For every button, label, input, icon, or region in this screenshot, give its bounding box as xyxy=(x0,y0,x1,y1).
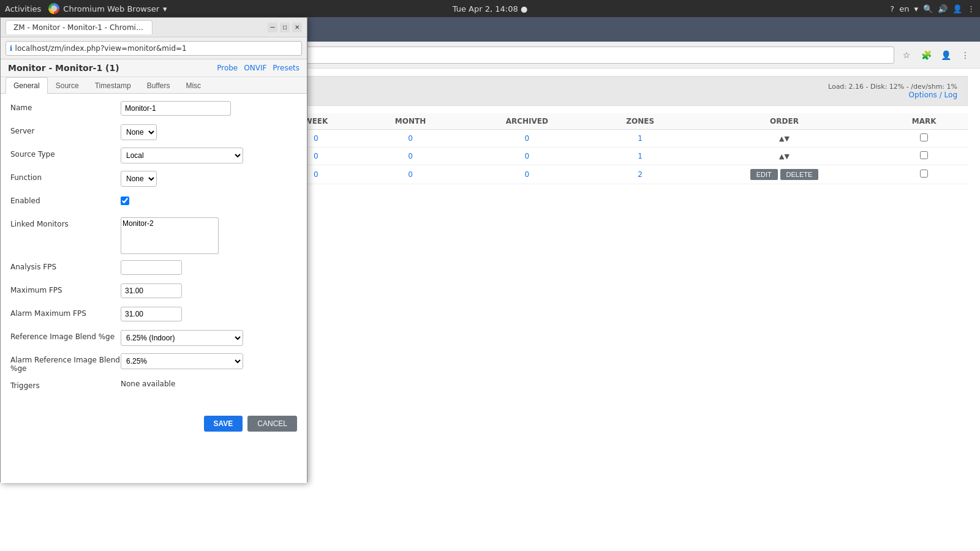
tab-misc[interactable]: Misc xyxy=(178,77,209,94)
info-icon: ℹ xyxy=(10,44,13,53)
user-icon[interactable]: 👤 xyxy=(952,4,962,13)
alarm-max-fps-input[interactable] xyxy=(121,307,182,321)
edit-button[interactable]: EDIT xyxy=(750,169,778,180)
cell-mark xyxy=(880,165,968,184)
order-down-icon[interactable]: ▼ xyxy=(785,152,790,160)
server-row: Server None xyxy=(10,124,297,141)
close-button[interactable]: ✕ xyxy=(292,23,302,32)
app-name-label: Chromium Web Browser xyxy=(63,4,159,13)
analysis-fps-row: Analysis FPS xyxy=(10,260,297,277)
probe-link[interactable]: Probe xyxy=(217,64,238,72)
alarm-ref-blend-select[interactable]: 6.25% xyxy=(121,353,243,369)
lang-label[interactable]: en xyxy=(899,4,909,13)
analysis-fps-input[interactable] xyxy=(121,260,182,275)
source-type-row: Source Type Local xyxy=(10,148,297,165)
th-month: MONTH xyxy=(359,113,462,130)
presets-link[interactable]: Presets xyxy=(273,64,300,72)
more-icon[interactable]: ⋮ xyxy=(958,48,973,62)
clock: Tue Apr 2, 14:08 ● xyxy=(453,4,527,13)
profile-icon[interactable]: 👤 xyxy=(938,48,953,62)
cell-archived[interactable]: 0 xyxy=(462,148,592,165)
tab-timestamp[interactable]: Timestamp xyxy=(87,77,139,94)
cell-mark xyxy=(880,148,968,165)
th-mark: MARK xyxy=(880,113,968,130)
options-link[interactable]: Options xyxy=(909,91,937,99)
cell-archived[interactable]: 0 xyxy=(462,165,592,184)
row-checkbox[interactable] xyxy=(920,170,928,178)
search-icon[interactable]: 🔍 xyxy=(923,4,933,13)
name-row: Name xyxy=(10,101,297,118)
options-log-slash: / xyxy=(940,91,944,99)
app-name-area[interactable]: Chromium Web Browser ▾ xyxy=(48,3,167,14)
alarm-max-fps-label: Alarm Maximum FPS xyxy=(10,307,121,318)
lang-chevron: ▾ xyxy=(914,4,918,13)
source-type-control: Local xyxy=(121,148,297,163)
delete-button[interactable]: DELETE xyxy=(780,169,819,180)
linked-monitor-option: Monitor-2 xyxy=(123,219,217,228)
server-select[interactable]: None xyxy=(121,124,157,140)
source-type-select[interactable]: Local xyxy=(121,148,243,163)
minimize-button[interactable]: ─ xyxy=(268,23,277,32)
name-control xyxy=(121,101,297,116)
name-input[interactable] xyxy=(121,101,231,116)
th-order: ORDER xyxy=(688,113,881,130)
cell-month[interactable]: 0 xyxy=(359,148,462,165)
ref-blend-label: Reference Image Blend %ge xyxy=(10,330,121,341)
cell-month[interactable]: 0 xyxy=(359,130,462,148)
order-down-icon[interactable]: ▼ xyxy=(785,135,790,143)
bookmark-icon[interactable]: ☆ xyxy=(899,48,914,62)
browser-tab[interactable]: ZM - Monitor - Monitor-1 - Chromium xyxy=(6,20,153,34)
tab-title: ZM - Monitor - Monitor-1 - Chromium xyxy=(13,23,148,32)
browser-window: ZM - Monitor - Monitor-1 - Chromium ─ □ … xyxy=(0,17,307,482)
activities-button[interactable]: Activities xyxy=(5,4,41,13)
log-link[interactable]: Log xyxy=(944,91,957,99)
cell-zones[interactable]: 1 xyxy=(592,148,688,165)
function-label: Function xyxy=(10,171,121,182)
cancel-button[interactable]: CANCEL xyxy=(247,416,297,432)
server-control: None xyxy=(121,124,297,140)
address-bar[interactable]: ℹ localhost/zm/index.php?view=monitor&mi… xyxy=(6,41,302,56)
browser-toolbar: ℹ localhost/zm/index.php?view=monitor&mi… xyxy=(1,37,307,59)
monitor-links: Probe ONVIF Presets xyxy=(217,64,300,72)
linked-monitors-control: Monitor-2 xyxy=(121,217,297,254)
form-body: Name Server None Source Type xyxy=(1,94,307,410)
cell-archived[interactable]: 0 xyxy=(462,130,592,148)
max-fps-label: Maximum FPS xyxy=(10,283,121,294)
cell-zones[interactable]: 1 xyxy=(592,130,688,148)
triggers-row: Triggers None available xyxy=(10,379,297,396)
alarm-ref-blend-row: Alarm Reference Image Blend %ge 6.25% xyxy=(10,353,297,373)
th-archived: ARCHIVED xyxy=(462,113,592,130)
extensions-icon[interactable]: 🧩 xyxy=(919,48,933,62)
linked-monitors-row: Linked Monitors Monitor-2 xyxy=(10,217,297,254)
row-checkbox[interactable] xyxy=(920,133,928,141)
order-up-icon[interactable]: ▲ xyxy=(779,135,784,143)
menu-icon[interactable]: ⋮ xyxy=(967,4,975,13)
cell-order: ▲▼ xyxy=(688,130,881,148)
cell-month[interactable]: 0 xyxy=(359,165,462,184)
monitor-title: Monitor - Monitor-1 (1) xyxy=(8,63,119,73)
zm-stats: Load: 2.16 - Disk: 12% - /dev/shm: 1% xyxy=(828,83,957,91)
max-fps-input[interactable] xyxy=(121,283,182,298)
save-button[interactable]: SAVE xyxy=(204,416,243,432)
enabled-row: Enabled xyxy=(10,194,297,211)
function-select[interactable]: None xyxy=(121,171,157,187)
order-up-icon[interactable]: ▲ xyxy=(779,152,784,160)
speaker-icon[interactable]: 🔊 xyxy=(938,4,948,13)
row-checkbox[interactable] xyxy=(920,151,928,159)
function-row: Function None xyxy=(10,171,297,188)
onvif-link[interactable]: ONVIF xyxy=(244,64,266,72)
enabled-checkbox[interactable] xyxy=(121,197,129,205)
cell-zones[interactable]: 2 xyxy=(592,165,688,184)
tab-buffers[interactable]: Buffers xyxy=(139,77,178,94)
window-controls: ─ □ ✕ xyxy=(268,23,302,32)
ref-blend-select[interactable]: 6.25% (Indoor) xyxy=(121,330,243,346)
tab-source[interactable]: Source xyxy=(48,77,87,94)
max-fps-control xyxy=(121,283,297,298)
help-icon[interactable]: ? xyxy=(890,4,894,13)
th-zones: ZONES xyxy=(592,113,688,130)
server-label: Server xyxy=(10,124,121,135)
max-fps-row: Maximum FPS xyxy=(10,283,297,301)
maximize-button[interactable]: □ xyxy=(280,23,290,32)
linked-monitors-select[interactable]: Monitor-2 xyxy=(121,217,219,254)
tab-general[interactable]: General xyxy=(6,77,48,94)
